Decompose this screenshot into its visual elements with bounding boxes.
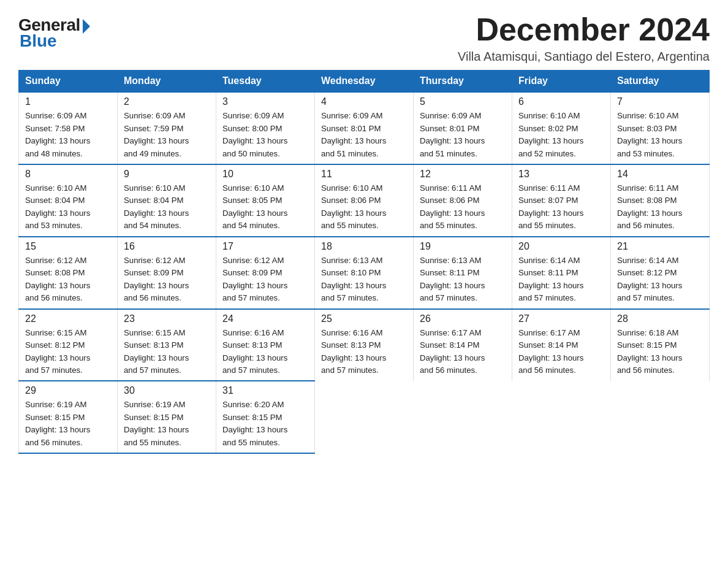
calendar-cell: 30Sunrise: 6:19 AMSunset: 8:15 PMDayligh… bbox=[118, 381, 216, 453]
calendar-cell: 17Sunrise: 6:12 AMSunset: 8:09 PMDayligh… bbox=[216, 237, 315, 309]
day-info: Sunrise: 6:13 AMSunset: 8:10 PMDaylight:… bbox=[321, 255, 407, 305]
calendar-cell: 18Sunrise: 6:13 AMSunset: 8:10 PMDayligh… bbox=[315, 237, 414, 309]
calendar-cell: 2Sunrise: 6:09 AMSunset: 7:59 PMDaylight… bbox=[118, 92, 216, 164]
day-info: Sunrise: 6:11 AMSunset: 8:08 PMDaylight:… bbox=[617, 182, 703, 232]
calendar-cell: 15Sunrise: 6:12 AMSunset: 8:08 PMDayligh… bbox=[19, 237, 118, 309]
day-info: Sunrise: 6:20 AMSunset: 8:15 PMDaylight:… bbox=[222, 399, 308, 449]
day-number: 3 bbox=[222, 96, 308, 107]
day-number: 17 bbox=[222, 241, 308, 252]
day-info: Sunrise: 6:17 AMSunset: 8:14 PMDaylight:… bbox=[420, 327, 506, 377]
logo-blue: Blue bbox=[20, 31, 57, 51]
day-info: Sunrise: 6:16 AMSunset: 8:13 PMDaylight:… bbox=[321, 327, 407, 377]
calendar-cell: 29Sunrise: 6:19 AMSunset: 8:15 PMDayligh… bbox=[19, 381, 118, 453]
week-row-1: 1Sunrise: 6:09 AMSunset: 7:58 PMDaylight… bbox=[19, 92, 710, 164]
week-row-3: 15Sunrise: 6:12 AMSunset: 8:08 PMDayligh… bbox=[19, 237, 710, 309]
day-number: 2 bbox=[124, 96, 210, 107]
day-number: 25 bbox=[321, 313, 407, 324]
day-number: 4 bbox=[321, 96, 407, 107]
day-info: Sunrise: 6:10 AMSunset: 8:06 PMDaylight:… bbox=[321, 182, 407, 232]
day-info: Sunrise: 6:09 AMSunset: 7:58 PMDaylight:… bbox=[25, 110, 111, 160]
day-info: Sunrise: 6:12 AMSunset: 8:09 PMDaylight:… bbox=[222, 255, 308, 305]
header-day-sunday: Sunday bbox=[19, 71, 118, 93]
calendar-cell: 20Sunrise: 6:14 AMSunset: 8:11 PMDayligh… bbox=[512, 237, 611, 309]
day-number: 24 bbox=[222, 313, 308, 324]
day-info: Sunrise: 6:18 AMSunset: 8:15 PMDaylight:… bbox=[617, 327, 703, 377]
header-day-tuesday: Tuesday bbox=[216, 71, 315, 93]
calendar-cell bbox=[611, 381, 710, 453]
day-number: 27 bbox=[518, 313, 604, 324]
calendar-cell: 5Sunrise: 6:09 AMSunset: 8:01 PMDaylight… bbox=[414, 92, 512, 164]
calendar-cell: 1Sunrise: 6:09 AMSunset: 7:58 PMDaylight… bbox=[19, 92, 118, 164]
day-number: 28 bbox=[617, 313, 703, 324]
calendar-cell bbox=[315, 381, 414, 453]
calendar-body: 1Sunrise: 6:09 AMSunset: 7:58 PMDaylight… bbox=[19, 92, 710, 453]
calendar-cell: 12Sunrise: 6:11 AMSunset: 8:06 PMDayligh… bbox=[414, 164, 512, 237]
logo-arrow-icon bbox=[83, 19, 90, 34]
calendar-cell: 8Sunrise: 6:10 AMSunset: 8:04 PMDaylight… bbox=[19, 164, 118, 237]
day-info: Sunrise: 6:11 AMSunset: 8:07 PMDaylight:… bbox=[518, 182, 604, 232]
week-row-5: 29Sunrise: 6:19 AMSunset: 8:15 PMDayligh… bbox=[19, 381, 710, 453]
day-number: 5 bbox=[420, 96, 506, 107]
day-info: Sunrise: 6:12 AMSunset: 8:08 PMDaylight:… bbox=[25, 255, 111, 305]
header-day-saturday: Saturday bbox=[611, 71, 710, 93]
day-number: 6 bbox=[518, 96, 604, 107]
day-number: 21 bbox=[617, 241, 703, 252]
calendar-cell: 27Sunrise: 6:17 AMSunset: 8:14 PMDayligh… bbox=[512, 309, 611, 381]
calendar-cell: 21Sunrise: 6:14 AMSunset: 8:12 PMDayligh… bbox=[611, 237, 710, 309]
day-info: Sunrise: 6:14 AMSunset: 8:12 PMDaylight:… bbox=[617, 255, 703, 305]
calendar-cell: 22Sunrise: 6:15 AMSunset: 8:12 PMDayligh… bbox=[19, 309, 118, 381]
calendar-cell: 23Sunrise: 6:15 AMSunset: 8:13 PMDayligh… bbox=[118, 309, 216, 381]
calendar-cell: 7Sunrise: 6:10 AMSunset: 8:03 PMDaylight… bbox=[611, 92, 710, 164]
calendar-cell: 9Sunrise: 6:10 AMSunset: 8:04 PMDaylight… bbox=[118, 164, 216, 237]
calendar-cell: 24Sunrise: 6:16 AMSunset: 8:13 PMDayligh… bbox=[216, 309, 315, 381]
day-number: 16 bbox=[124, 241, 210, 252]
header-day-monday: Monday bbox=[118, 71, 216, 93]
calendar-cell: 4Sunrise: 6:09 AMSunset: 8:01 PMDaylight… bbox=[315, 92, 414, 164]
day-number: 20 bbox=[518, 241, 604, 252]
calendar-table: SundayMondayTuesdayWednesdayThursdayFrid… bbox=[18, 70, 710, 454]
day-number: 15 bbox=[25, 241, 111, 252]
day-number: 10 bbox=[222, 169, 308, 180]
day-info: Sunrise: 6:10 AMSunset: 8:04 PMDaylight:… bbox=[124, 182, 210, 232]
day-info: Sunrise: 6:17 AMSunset: 8:14 PMDaylight:… bbox=[518, 327, 604, 377]
day-info: Sunrise: 6:14 AMSunset: 8:11 PMDaylight:… bbox=[518, 255, 604, 305]
calendar-cell: 25Sunrise: 6:16 AMSunset: 8:13 PMDayligh… bbox=[315, 309, 414, 381]
day-number: 31 bbox=[222, 385, 308, 396]
day-number: 26 bbox=[420, 313, 506, 324]
week-row-2: 8Sunrise: 6:10 AMSunset: 8:04 PMDaylight… bbox=[19, 164, 710, 237]
day-number: 1 bbox=[25, 96, 111, 107]
header-day-thursday: Thursday bbox=[414, 71, 512, 93]
page-title: December 2024 bbox=[458, 12, 710, 47]
week-row-4: 22Sunrise: 6:15 AMSunset: 8:12 PMDayligh… bbox=[19, 309, 710, 381]
calendar-header: SundayMondayTuesdayWednesdayThursdayFrid… bbox=[19, 71, 710, 93]
day-info: Sunrise: 6:09 AMSunset: 7:59 PMDaylight:… bbox=[124, 110, 210, 160]
header-day-friday: Friday bbox=[512, 71, 611, 93]
day-info: Sunrise: 6:19 AMSunset: 8:15 PMDaylight:… bbox=[25, 399, 111, 449]
calendar-cell bbox=[414, 381, 512, 453]
day-number: 19 bbox=[420, 241, 506, 252]
calendar-cell: 6Sunrise: 6:10 AMSunset: 8:02 PMDaylight… bbox=[512, 92, 611, 164]
day-info: Sunrise: 6:10 AMSunset: 8:02 PMDaylight:… bbox=[518, 110, 604, 160]
calendar-cell bbox=[512, 381, 611, 453]
day-number: 23 bbox=[124, 313, 210, 324]
day-info: Sunrise: 6:15 AMSunset: 8:13 PMDaylight:… bbox=[124, 327, 210, 377]
page-header: General Blue December 2024 Villa Atamisq… bbox=[18, 12, 710, 64]
calendar-cell: 28Sunrise: 6:18 AMSunset: 8:15 PMDayligh… bbox=[611, 309, 710, 381]
day-info: Sunrise: 6:15 AMSunset: 8:12 PMDaylight:… bbox=[25, 327, 111, 377]
day-info: Sunrise: 6:13 AMSunset: 8:11 PMDaylight:… bbox=[420, 255, 506, 305]
day-info: Sunrise: 6:09 AMSunset: 8:01 PMDaylight:… bbox=[321, 110, 407, 160]
day-number: 14 bbox=[617, 169, 703, 180]
day-info: Sunrise: 6:19 AMSunset: 8:15 PMDaylight:… bbox=[124, 399, 210, 449]
day-info: Sunrise: 6:16 AMSunset: 8:13 PMDaylight:… bbox=[222, 327, 308, 377]
calendar-cell: 3Sunrise: 6:09 AMSunset: 8:00 PMDaylight… bbox=[216, 92, 315, 164]
day-info: Sunrise: 6:10 AMSunset: 8:04 PMDaylight:… bbox=[25, 182, 111, 232]
day-number: 11 bbox=[321, 169, 407, 180]
day-info: Sunrise: 6:10 AMSunset: 8:05 PMDaylight:… bbox=[222, 182, 308, 232]
calendar-cell: 26Sunrise: 6:17 AMSunset: 8:14 PMDayligh… bbox=[414, 309, 512, 381]
day-number: 9 bbox=[124, 169, 210, 180]
day-number: 8 bbox=[25, 169, 111, 180]
calendar-cell: 16Sunrise: 6:12 AMSunset: 8:09 PMDayligh… bbox=[118, 237, 216, 309]
day-number: 29 bbox=[25, 385, 111, 396]
calendar-cell: 14Sunrise: 6:11 AMSunset: 8:08 PMDayligh… bbox=[611, 164, 710, 237]
day-info: Sunrise: 6:12 AMSunset: 8:09 PMDaylight:… bbox=[124, 255, 210, 305]
